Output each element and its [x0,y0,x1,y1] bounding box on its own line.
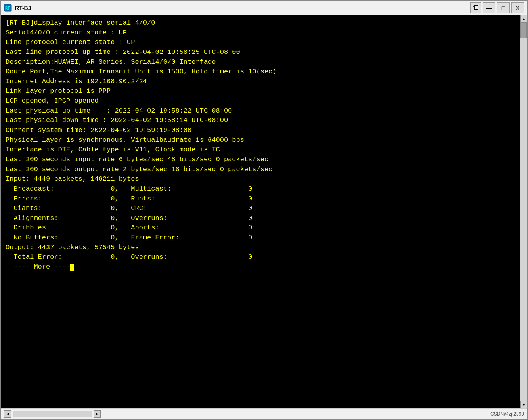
horizontal-scrollbar[interactable]: ◄ ► [4,410,101,418]
maximize-button[interactable]: □ [497,2,510,13]
terminal-line: Last physical up time : 2022-04-02 19:58… [6,106,515,116]
close-button[interactable]: ✕ [511,2,524,13]
terminal-line: Physical layer is synchronous, Virtualba… [6,136,515,145]
terminal-line: Link layer protocol is PPP [6,86,515,96]
terminal-line: Current system time: 2022-04-02 19:59:19… [6,126,515,136]
terminal-cursor [70,264,74,271]
terminal-line: Route Port,The Maximum Transmit Unit is … [6,67,515,77]
restore-button[interactable] [470,2,481,13]
terminal-line: Errors: 0, Runts: 0 [6,194,515,204]
terminal-line: Alignments: 0, Overruns: 0 [6,214,515,223]
terminal-line: ---- More ---- [6,262,515,272]
svg-text:RT: RT [5,6,10,10]
terminal-line: Output: 4437 packets, 57545 bytes [6,243,515,253]
title-bar-controls: — □ ✕ [470,2,524,13]
window-title: RT-BJ [15,5,31,11]
watermark: CSDN@zjt2399 [490,411,524,417]
title-bar: RT RT-BJ — □ ✕ [1,1,527,15]
scroll-track[interactable] [520,22,527,401]
terminal-icon: RT [4,4,12,12]
title-bar-left: RT RT-BJ [4,4,31,12]
terminal-wrapper: [RT-BJ]display interface serial 4/0/0Ser… [1,15,527,408]
terminal-line: LCP opened, IPCP opened [6,96,515,106]
terminal-line: Giants: 0, CRC: 0 [6,204,515,214]
terminal-line: Last line protocol up time : 2022-04-02 … [6,48,515,57]
scroll-thumb[interactable] [520,22,527,38]
terminal-line: Line protocol current state : UP [6,38,515,48]
terminal-line: Last 300 seconds input rate 6 bytes/sec … [6,155,515,165]
terminal-line: Interface is DTE, Cable type is V11, Clo… [6,145,515,155]
terminal-line: Total Error: 0, Overruns: 0 [6,252,515,262]
terminal-line: Broadcast: 0, Multicast: 0 [6,184,515,194]
h-scroll-track[interactable] [13,411,92,417]
terminal-line: Internet Address is 192.168.90.2/24 [6,77,515,87]
terminal-line: Last 300 seconds output rate 2 bytes/sec… [6,165,515,175]
terminal-line: Last physical down time : 2022-04-02 19:… [6,116,515,126]
terminal-line: Description:HUAWEI, AR Series, Serial4/0… [6,57,515,67]
scroll-down-arrow[interactable]: ▼ [520,401,528,408]
terminal-output[interactable]: [RT-BJ]display interface serial 4/0/0Ser… [1,15,520,408]
terminal-line: Serial4/0/0 current state : UP [6,28,515,38]
terminal-line: Input: 4449 packets, 146211 bytes [6,174,515,184]
scroll-left-arrow[interactable]: ◄ [4,410,11,418]
terminal-line: No Buffers: 0, Frame Error: 0 [6,233,515,243]
scroll-right-arrow[interactable]: ► [94,410,101,418]
terminal-line: Dribbles: 0, Aborts: 0 [6,223,515,233]
main-window: RT RT-BJ — □ ✕ [RT-BJ]display interface … [0,0,528,420]
svg-rect-3 [474,6,478,9]
bottom-bar: ◄ ► CSDN@zjt2399 [1,408,527,419]
terminal-line: [RT-BJ]display interface serial 4/0/0 [6,18,515,28]
minimize-button[interactable]: — [483,2,495,13]
vertical-scrollbar[interactable]: ▲ ▼ [520,15,527,408]
scroll-up-arrow[interactable]: ▲ [520,15,528,22]
